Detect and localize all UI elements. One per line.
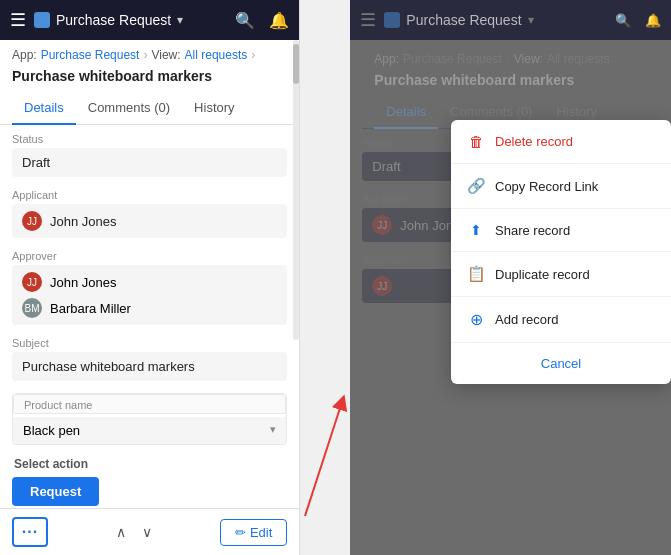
svg-line-1 xyxy=(305,402,342,516)
add-icon: ⊕ xyxy=(467,310,485,329)
breadcrumb-view-label: View: xyxy=(151,48,180,62)
subject-value: Purchase whiteboard markers xyxy=(12,352,287,381)
pointer-arrow xyxy=(300,0,350,555)
duplicate-label: Duplicate record xyxy=(495,267,590,282)
title-arrow-right: ▾ xyxy=(528,13,534,27)
link-icon: 🔗 xyxy=(467,177,485,195)
duplicate-icon: 📋 xyxy=(467,265,485,283)
search-icon[interactable]: 🔍 xyxy=(235,11,255,30)
approver-label: Approver xyxy=(12,250,287,262)
select-action-label: Select action xyxy=(12,457,287,471)
applicant-label: Applicant xyxy=(12,189,287,201)
menu-icon-right: ☰ xyxy=(360,9,376,31)
product-value: Black pen ▾ xyxy=(13,417,286,444)
bc-app-label-r: App: xyxy=(374,52,399,66)
scrollbar-thumb[interactable] xyxy=(293,44,299,84)
menu-item-add[interactable]: ⊕ Add record xyxy=(451,297,671,343)
topbar-actions-right: 🔍 🔔 xyxy=(615,13,661,28)
bottom-bar: ··· ∧ ∨ ✏ Edit xyxy=(0,508,299,555)
share-icon: ⬆ xyxy=(467,222,485,238)
menu-item-copy-link[interactable]: 🔗 Copy Record Link xyxy=(451,164,671,209)
breadcrumb: App: Purchase Request › View: All reques… xyxy=(0,40,299,66)
breadcrumb-right: App: Purchase Request › View: All reques… xyxy=(362,48,659,70)
applicant-name: John Jones xyxy=(50,214,117,229)
approver-values: JJ John Jones BM Barbara Miller xyxy=(12,265,287,325)
status-field: Status Draft xyxy=(12,133,287,177)
product-label: Product name xyxy=(13,394,286,414)
approver1-name: John Jones xyxy=(50,275,117,290)
product-container: Product name Black pen ▾ xyxy=(12,393,287,445)
add-label: Add record xyxy=(495,312,559,327)
app-name-right: Purchase Request xyxy=(406,12,521,28)
approver2-name: Barbara Miller xyxy=(50,301,131,316)
product-dropdown-icon[interactable]: ▾ xyxy=(270,423,276,438)
app-icon-right xyxy=(384,12,400,28)
right-overlay-content: App: Purchase Request › View: All reques… xyxy=(350,40,671,555)
menu-icon[interactable]: ☰ xyxy=(10,9,26,31)
record-title: Purchase whiteboard markers xyxy=(0,66,299,92)
delete-label: Delete record xyxy=(495,134,573,149)
app-title-right: Purchase Request ▾ xyxy=(384,12,607,28)
menu-item-share[interactable]: ⬆ Share record xyxy=(451,209,671,252)
copy-link-label: Copy Record Link xyxy=(495,179,598,194)
subject-field: Subject Purchase whiteboard markers xyxy=(12,337,287,381)
menu-item-duplicate[interactable]: 📋 Duplicate record xyxy=(451,252,671,297)
bell-icon-right: 🔔 xyxy=(645,13,661,28)
tab-comments[interactable]: Comments (0) xyxy=(76,92,182,125)
product-text: Black pen xyxy=(23,423,80,438)
edit-button[interactable]: ✏ Edit xyxy=(220,519,287,546)
tab-history[interactable]: History xyxy=(182,92,246,125)
approver-2: BM Barbara Miller xyxy=(22,298,277,318)
delete-icon: 🗑 xyxy=(467,133,485,150)
tab-details-right: Details xyxy=(374,96,438,129)
share-label: Share record xyxy=(495,223,570,238)
status-value: Draft xyxy=(12,148,287,177)
form-body: Status Draft Applicant JJ John Jones App… xyxy=(0,125,299,508)
more-button[interactable]: ··· xyxy=(12,517,48,547)
app-title-area: Purchase Request ▾ xyxy=(34,12,227,28)
request-button[interactable]: Request xyxy=(12,477,99,506)
breadcrumb-view-link[interactable]: All requests xyxy=(185,48,248,62)
applicant-value: JJ John Jones xyxy=(12,204,287,238)
breadcrumb-app-label: App: xyxy=(12,48,37,62)
approver-field: Approver JJ John Jones BM Barbara Miller xyxy=(12,250,287,325)
app-name-left: Purchase Request xyxy=(56,12,171,28)
bell-icon[interactable]: 🔔 xyxy=(269,11,289,30)
title-dropdown-icon[interactable]: ▾ xyxy=(177,13,183,27)
topbar-actions-left: 🔍 🔔 xyxy=(235,11,289,30)
approver-1: JJ John Jones xyxy=(22,272,277,292)
app-icon xyxy=(34,12,50,28)
cancel-label: Cancel xyxy=(541,356,581,371)
approver1-avatar: JJ xyxy=(22,272,42,292)
context-menu: 🗑 Delete record 🔗 Copy Record Link ⬆ Sha… xyxy=(451,120,671,384)
left-panel: ☰ Purchase Request ▾ 🔍 🔔 App: Purchase R… xyxy=(0,0,300,555)
nav-up-arrow[interactable]: ∧ xyxy=(116,524,126,540)
scrollbar-track[interactable] xyxy=(293,40,299,340)
tab-details[interactable]: Details xyxy=(12,92,76,125)
subject-label: Subject xyxy=(12,337,287,349)
menu-item-delete[interactable]: 🗑 Delete record xyxy=(451,120,671,164)
avatar-approver-right: JJ xyxy=(372,276,392,296)
breadcrumb-app-link[interactable]: Purchase Request xyxy=(41,48,140,62)
avatar-right: JJ xyxy=(372,215,392,235)
record-title-right: Purchase whiteboard markers xyxy=(362,70,659,96)
topbar-left: ☰ Purchase Request ▾ 🔍 🔔 xyxy=(0,0,299,40)
bc-app-r: Purchase Request xyxy=(403,52,502,66)
status-label: Status xyxy=(12,133,287,145)
right-panel: ☰ Purchase Request ▾ 🔍 🔔 App: Purchase R… xyxy=(350,0,671,555)
topbar-right: ☰ Purchase Request ▾ 🔍 🔔 xyxy=(350,0,671,40)
search-icon-right: 🔍 xyxy=(615,13,631,28)
approver2-avatar: BM xyxy=(22,298,42,318)
applicant-avatar: JJ xyxy=(22,211,42,231)
tabs: Details Comments (0) History xyxy=(0,92,299,125)
nav-down-arrow[interactable]: ∨ xyxy=(142,524,152,540)
menu-item-cancel[interactable]: Cancel xyxy=(451,343,671,384)
applicant-field: Applicant JJ John Jones xyxy=(12,189,287,238)
nav-arrows: ∧ ∨ xyxy=(56,524,212,540)
